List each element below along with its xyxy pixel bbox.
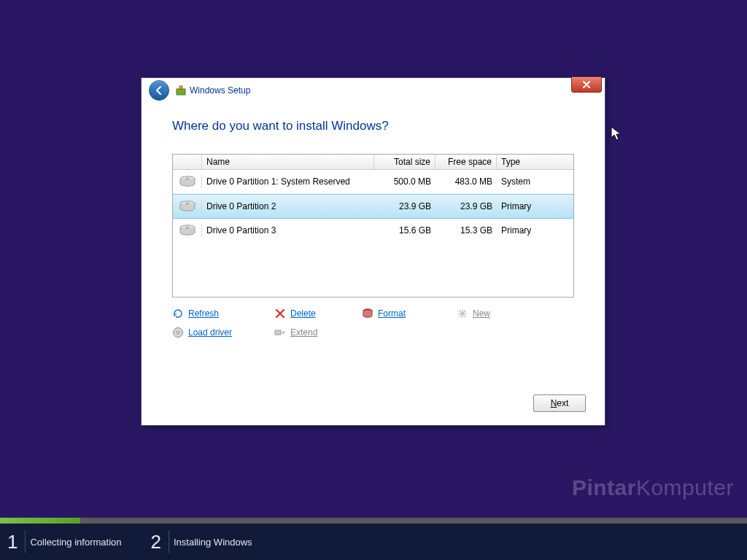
page-heading: Where do you want to install Windows? — [172, 119, 574, 133]
window-title: Windows Setup — [190, 85, 250, 96]
delete-link[interactable]: Delete — [290, 308, 316, 319]
load-driver-action[interactable]: Load driver — [172, 327, 274, 338]
close-button[interactable] — [571, 77, 602, 93]
extend-icon — [274, 327, 286, 338]
step-2-label: Installing Windows — [174, 537, 252, 548]
svg-rect-11 — [275, 330, 281, 335]
table-body: Drive 0 Partition 1: System Reserved500.… — [173, 170, 573, 243]
cell-free: 23.9 GB — [436, 201, 497, 211]
progress-fill — [0, 518, 80, 524]
watermark-a: Pintar — [572, 475, 636, 499]
watermark-b: Komputer — [636, 475, 734, 499]
extend-action: Extend — [274, 327, 362, 338]
setup-dialog: Windows Setup Where do you want to insta… — [141, 77, 605, 426]
table-row[interactable]: Drive 0 Partition 223.9 GB23.9 GBPrimary — [173, 194, 573, 219]
close-icon — [581, 81, 592, 88]
cell-type: Primary — [497, 201, 573, 211]
step-2-number: 2 — [150, 531, 160, 553]
cell-name: Drive 0 Partition 2 — [202, 201, 374, 211]
cell-free: 483.0 MB — [436, 176, 497, 187]
step-1-number: 1 — [7, 531, 18, 553]
refresh-action[interactable]: Refresh — [172, 308, 274, 319]
refresh-link[interactable]: Refresh — [188, 308, 219, 319]
cell-type: Primary — [497, 225, 573, 236]
back-button[interactable] — [149, 80, 169, 101]
drive-icon — [173, 200, 202, 213]
col-name[interactable]: Name — [202, 155, 374, 169]
step-footer: 1 Collecting information 2 Installing Wi… — [0, 524, 747, 560]
progress-bar — [0, 518, 747, 524]
next-label-rest: ext — [557, 398, 568, 408]
cell-total: 23.9 GB — [374, 201, 436, 211]
new-action: New — [457, 308, 544, 319]
table-row[interactable]: Drive 0 Partition 315.6 GB15.3 GBPrimary — [173, 219, 573, 243]
col-total[interactable]: Total size — [374, 155, 436, 169]
back-arrow-icon — [153, 85, 165, 96]
svg-point-7 — [185, 227, 188, 228]
svg-rect-0 — [177, 89, 185, 95]
svg-rect-1 — [179, 86, 182, 89]
disc-icon — [172, 327, 184, 338]
refresh-icon — [172, 308, 184, 319]
drive-icon — [173, 224, 202, 237]
step-1: 1 Collecting information — [7, 531, 121, 553]
delete-icon — [274, 308, 286, 319]
format-icon — [362, 308, 374, 319]
table-row[interactable]: Drive 0 Partition 1: System Reserved500.… — [173, 170, 573, 194]
partition-table: Name Total size Free space Type Drive 0 … — [172, 154, 574, 298]
new-link: New — [473, 308, 490, 319]
cell-total: 15.6 GB — [374, 225, 436, 236]
col-type[interactable]: Type — [497, 155, 573, 169]
svg-point-3 — [185, 178, 188, 179]
cell-type: System — [497, 176, 573, 187]
action-row: Refresh Delete Format New Load driver Ex… — [172, 308, 574, 338]
svg-point-10 — [177, 331, 179, 334]
mouse-cursor-icon — [611, 126, 622, 142]
col-free[interactable]: Free space — [436, 155, 497, 169]
setup-icon — [175, 85, 187, 96]
new-icon — [457, 308, 468, 319]
watermark: PintarKomputer — [572, 475, 734, 500]
cell-free: 15.3 GB — [436, 225, 497, 236]
delete-action[interactable]: Delete — [274, 308, 362, 319]
cell-name: Drive 0 Partition 1: System Reserved — [202, 176, 374, 187]
format-link[interactable]: Format — [378, 308, 406, 319]
step-2: 2 Installing Windows — [150, 531, 252, 553]
titlebar: Windows Setup — [142, 78, 605, 103]
svg-point-5 — [185, 203, 188, 204]
cell-name: Drive 0 Partition 3 — [202, 225, 374, 236]
drive-icon — [173, 175, 202, 188]
next-button[interactable]: Next — [533, 394, 586, 412]
load-driver-link[interactable]: Load driver — [188, 327, 232, 338]
dialog-content: Where do you want to install Windows? Na… — [142, 103, 605, 338]
table-header: Name Total size Free space Type — [173, 155, 573, 170]
format-action[interactable]: Format — [362, 308, 457, 319]
extend-link: Extend — [290, 327, 317, 338]
step-1-label: Collecting information — [30, 537, 121, 548]
cell-total: 500.0 MB — [374, 176, 436, 187]
